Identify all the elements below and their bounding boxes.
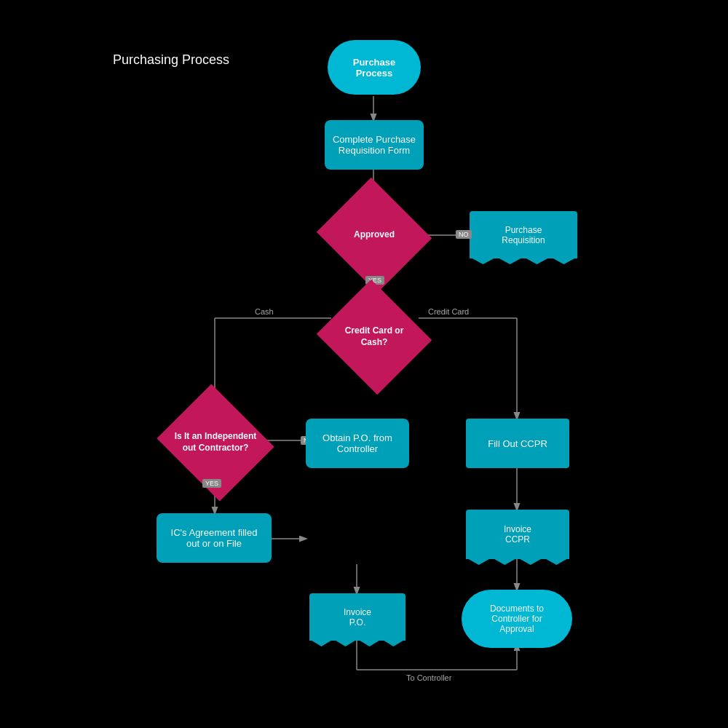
node-fill-ccpr: Fill Out CCPR xyxy=(466,419,569,468)
node-invoice-po: Invoice P.O. xyxy=(309,593,405,641)
node-start: Purchase Process xyxy=(328,40,421,95)
node-independent: Is It an Independent out Contractor? xyxy=(171,404,260,481)
badge-yes2: YES xyxy=(202,479,221,488)
diagram-canvas: Purchasing Process Purchase Process Comp… xyxy=(0,0,728,728)
node-obtain-po: Obtain P.O. from Controller xyxy=(306,419,409,468)
badge-no1: NO xyxy=(456,230,472,239)
node-cc-cash: Credit Card or Cash? xyxy=(331,298,417,376)
node-approved: Approved xyxy=(331,197,417,274)
node-invoice-ccpr: Invoice CCPR xyxy=(466,510,569,559)
node-purchase-req: Purchase Requisition xyxy=(470,211,577,258)
node-ic-agreement: IC's Agreement filled out or on File xyxy=(157,513,272,563)
diagram-title: Purchasing Process xyxy=(113,52,229,68)
label-to-controller: To Controller xyxy=(406,673,451,682)
node-form: Complete Purchase Requisition Form xyxy=(325,120,424,170)
label-cash: Cash xyxy=(255,307,274,316)
node-docs-controller: Documents to Controller for Approval xyxy=(462,590,572,648)
label-credit-card: Credit Card xyxy=(428,307,469,316)
